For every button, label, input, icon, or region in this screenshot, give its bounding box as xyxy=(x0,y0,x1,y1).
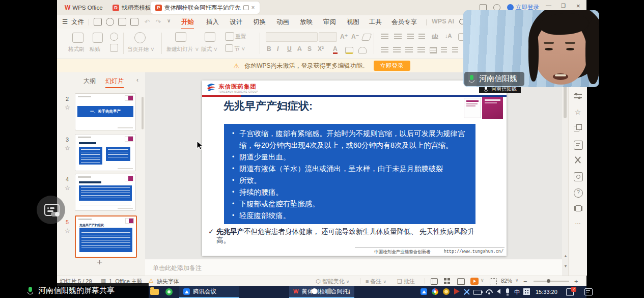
font-color-button[interactable]: A xyxy=(333,45,338,54)
undo-icon[interactable]: ↶ xyxy=(145,18,150,25)
play-from-current-label[interactable]: 当页开始 ∨ xyxy=(127,46,155,53)
new-slide-icon[interactable] xyxy=(175,32,186,42)
tab-slides[interactable]: 幻灯片 xyxy=(105,77,124,88)
fit-slide-icon[interactable] xyxy=(490,278,497,285)
battery-icon[interactable] xyxy=(473,290,482,295)
bullet-list-icon[interactable] xyxy=(381,34,388,39)
prev-slide-icon[interactable]: ▲ xyxy=(564,254,568,258)
browser-icon[interactable] xyxy=(165,288,173,295)
menu-item-member[interactable]: 会员专享 xyxy=(391,18,417,26)
tab-outline[interactable]: 大纲 xyxy=(83,77,96,86)
section-icon[interactable] xyxy=(225,44,233,52)
notes-toggle-button[interactable]: ≡ 备注 ∨ xyxy=(366,278,386,285)
new-slide-label[interactable]: 新建幻灯片 ∨ xyxy=(166,46,199,53)
add-slide-button[interactable]: + xyxy=(97,257,102,268)
tab-wps-home[interactable]: W WPS Office xyxy=(60,2,107,14)
editor-scrollbar[interactable]: ▲ ▼ xyxy=(562,72,568,276)
menu-item-animation[interactable]: 动画 xyxy=(276,18,289,26)
play-from-current-icon[interactable] xyxy=(134,32,146,43)
copy-icon[interactable] xyxy=(110,44,118,52)
restore-button[interactable]: ❐ xyxy=(561,3,566,9)
play-options-icon[interactable]: ∨ xyxy=(481,278,484,283)
page-indicator-dot[interactable] xyxy=(327,288,332,294)
text-shadow-button[interactable]: S xyxy=(307,45,312,52)
columns-icon[interactable] xyxy=(430,47,437,53)
window-close-button[interactable]: × xyxy=(576,2,580,10)
ime-indicator[interactable]: 中 xyxy=(514,288,520,296)
tab-docer-templates[interactable]: D 找稻壳模板 xyxy=(108,2,156,14)
menu-item-file[interactable]: 文件 xyxy=(71,18,84,26)
increase-font-icon[interactable]: A⁺ xyxy=(340,33,348,40)
tray-mic-icon[interactable] xyxy=(506,288,509,293)
notes-pane[interactable]: 单击此处添加备注 xyxy=(145,259,562,276)
slide-editor-canvas[interactable]: 东信医药集团 TUNGSHUN MEDICINE GROUP 先兆早产产妇症状: xyxy=(145,72,562,259)
tray-gold-app-icon[interactable] xyxy=(443,288,450,295)
tray-document-icon[interactable]: 2 xyxy=(566,288,574,296)
layout-label[interactable]: 版式 ∨ xyxy=(201,46,218,53)
tab-presentation-document[interactable]: P 黄体酮栓联合阿托西半治疗先 × xyxy=(151,2,260,14)
align-right-icon[interactable] xyxy=(405,47,413,52)
menu-item-design[interactable]: 设计 xyxy=(230,18,242,26)
underline-button[interactable]: U xyxy=(287,45,292,52)
login-now-button[interactable]: 立即登录 xyxy=(374,61,410,71)
decrease-font-icon[interactable]: A⁻ xyxy=(351,33,359,40)
tray-triangle-app-icon[interactable] xyxy=(454,288,460,294)
tray-meeting-icon[interactable] xyxy=(421,288,427,295)
reading-view-icon[interactable] xyxy=(457,278,465,285)
zoom-out-button[interactable]: − xyxy=(523,278,527,285)
paste-label[interactable]: 粘贴 xyxy=(90,46,100,53)
pinyin-guide-button[interactable] xyxy=(358,47,367,53)
zoom-slider-track[interactable] xyxy=(534,281,569,282)
next-slide-icon[interactable]: ▼ xyxy=(564,264,568,268)
paste-icon[interactable] xyxy=(93,33,103,43)
menu-item-review[interactable]: 审阅 xyxy=(323,18,336,26)
quickbar-more-icon[interactable]: ∨ xyxy=(167,18,171,23)
zoom-options-icon[interactable]: ∨ xyxy=(515,278,519,283)
format-painter-label[interactable]: 格式刷 xyxy=(68,46,85,53)
slide-thumbnail-4[interactable] xyxy=(75,174,136,211)
share-icon[interactable] xyxy=(106,18,114,26)
menu-item-transition[interactable]: 切换 xyxy=(253,18,266,26)
slide-thumbnail-5-selected[interactable]: 先兆早产产妇症状. xyxy=(75,215,137,258)
menu-item-slideshow[interactable]: 放映 xyxy=(300,18,313,26)
superscript-button[interactable]: X² xyxy=(318,45,324,52)
slide-title[interactable]: 先兆早产产妇症状: xyxy=(223,99,313,113)
zoom-slider-knob[interactable] xyxy=(547,279,550,283)
slide-body-textbox[interactable]: •子宫收缩，腹部有紧缩感。开始时为不规则宫缩，以后可发展为规律宫缩，每20分钟内… xyxy=(224,124,475,224)
bold-button[interactable]: B xyxy=(267,45,271,52)
menu-item-start[interactable]: 开始 xyxy=(181,18,194,29)
slide-thumbnail-3[interactable] xyxy=(75,134,136,171)
panel-scrollbar[interactable] xyxy=(142,97,144,129)
properties-icon[interactable] xyxy=(574,92,582,100)
new-tab-button[interactable]: + xyxy=(211,2,219,14)
taskbar-wps-document[interactable]: W 黄体酮栓联合阿托西... xyxy=(289,286,354,298)
magic-tools-icon[interactable] xyxy=(574,156,582,164)
slide-canvas[interactable]: 东信医药集团 TUNGSHUN MEDICINE GROUP 先兆早产产妇症状: xyxy=(202,80,507,256)
clear-format-icon[interactable] xyxy=(361,34,372,41)
taskbar-clock[interactable]: 15:33:20 xyxy=(536,289,557,295)
wifi-icon[interactable] xyxy=(486,288,493,295)
minimize-button[interactable]: — xyxy=(546,2,551,8)
numbered-list-icon[interactable] xyxy=(394,34,402,39)
save-icon[interactable] xyxy=(94,18,102,26)
action-center-icon[interactable] xyxy=(584,288,593,295)
bluetooth-icon[interactable] xyxy=(464,288,469,295)
print-preview-icon[interactable] xyxy=(130,18,138,26)
image-library-icon[interactable] xyxy=(574,172,583,181)
increase-indent-icon[interactable] xyxy=(418,34,425,39)
align-left-icon[interactable] xyxy=(381,47,388,52)
comment-button[interactable]: ❑ 批注 xyxy=(397,278,415,285)
notes-placeholder[interactable]: 单击此处添加备注 xyxy=(153,264,202,273)
caption-floating-button[interactable] xyxy=(37,196,65,224)
wps-ai-button[interactable]: WPS AI xyxy=(432,18,454,25)
beautify-button[interactable]: ⬡ 智能美化 ∨ xyxy=(316,278,349,285)
touch-keyboard-icon[interactable] xyxy=(523,288,530,295)
cut-icon[interactable] xyxy=(110,33,118,41)
tab-close-icon[interactable]: × xyxy=(251,5,255,11)
format-painter-icon[interactable] xyxy=(72,33,83,43)
taskbar-tencent-meeting[interactable]: 腾讯会议 xyxy=(179,286,239,298)
line-spacing-icon[interactable] xyxy=(441,47,447,52)
menu-item-insert[interactable]: 插入 xyxy=(206,18,219,26)
slide-thumbnail-2[interactable]: 一、关于先兆早产 xyxy=(75,93,136,130)
speaker-icon[interactable] xyxy=(497,289,500,294)
